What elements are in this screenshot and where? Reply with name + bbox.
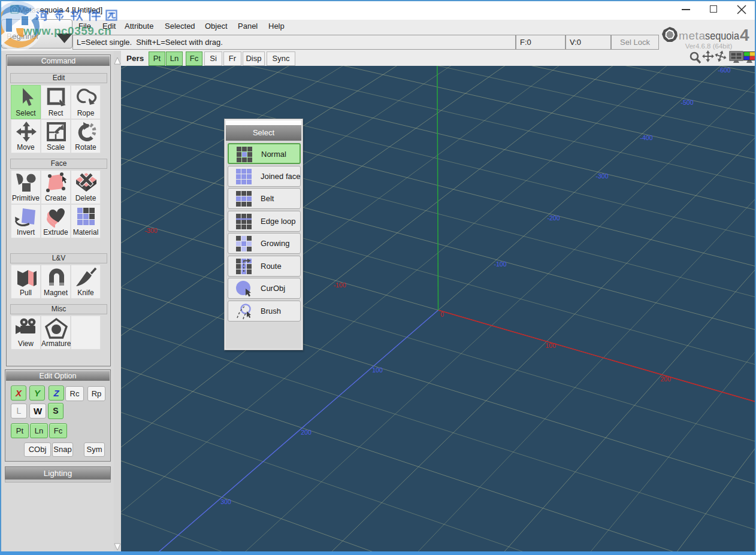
- svg-text:100: 100: [372, 366, 383, 374]
- svg-text:-400: -400: [640, 134, 652, 141]
- svg-text:0: 0: [440, 311, 444, 318]
- svg-text:-300: -300: [595, 172, 608, 180]
- svg-text:-100: -100: [333, 281, 346, 289]
- svg-text:-600: -600: [718, 66, 730, 74]
- svg-text:-200: -200: [547, 214, 560, 222]
- svg-text:-300: -300: [144, 227, 157, 234]
- svg-text:200: 200: [301, 429, 312, 436]
- svg-text:-100: -100: [494, 260, 506, 268]
- svg-text:300: 300: [220, 498, 231, 505]
- svg-text:meta: meta: [679, 29, 705, 42]
- svg-text:4: 4: [740, 26, 749, 44]
- svg-text:-500: -500: [681, 99, 693, 106]
- svg-text:sequoia: sequoia: [705, 29, 739, 42]
- svg-text:200: 200: [660, 375, 671, 383]
- svg-text:100: 100: [545, 342, 556, 349]
